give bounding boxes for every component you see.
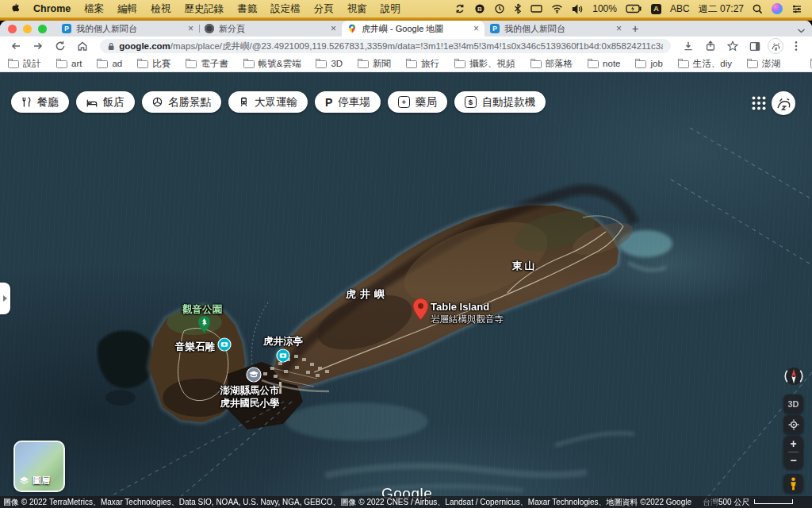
camera-marker-pavilion[interactable] [276,348,290,368]
input-source-icon[interactable]: A [651,4,661,14]
window-minimize-button[interactable] [23,25,32,33]
chip-parking[interactable]: P 停車場 [315,91,381,113]
layers-minimap[interactable]: 圖層 [13,441,65,492]
menu-view[interactable]: 檢視 [151,2,170,16]
address-bar[interactable]: google.com/maps/place/虎井嶼/@23.4921009,11… [100,39,671,53]
google-apps-grid-icon[interactable] [752,96,766,110]
spotlight-search-icon[interactable] [753,4,763,14]
tab-google-maps[interactable]: 虎井嶼 - Google 地圖 × [342,21,485,37]
menu-tabs[interactable]: 分頁 [314,2,334,16]
label-hujing-island[interactable]: 虎井嶼 [346,287,389,302]
chip-atms[interactable]: $ 自動提款機 [454,91,546,113]
side-panel-expand-button[interactable] [0,283,10,314]
folder-icon [316,60,327,68]
volume-icon[interactable] [572,4,584,14]
pegman-button[interactable] [783,474,803,493]
my-location-button[interactable] [783,415,803,434]
satellite-map[interactable] [0,72,812,508]
tab-search-chevron-icon[interactable] [797,28,806,34]
bookmark-folder[interactable]: 旅行 [406,58,439,70]
bookmark-folder[interactable]: 3D [316,59,343,68]
bookmark-star-icon[interactable] [723,38,742,54]
bookmark-folder[interactable]: 電子書 [186,58,228,70]
label-table-island[interactable]: Table Island [431,301,489,313]
menu-help[interactable]: 說明 [381,2,400,16]
browser-menu-icon[interactable] [787,38,806,54]
folder-icon [530,60,542,68]
bookmark-folder[interactable]: art [56,59,82,68]
menu-profiles[interactable]: 設定檔 [270,2,301,16]
tilt-3d-button[interactable]: 3D [783,394,803,414]
pchome-favicon: P [62,24,71,33]
label-music-sculpture[interactable]: 音樂石雕 [175,341,215,354]
new-tab-button[interactable]: + [627,21,643,37]
tab-close-icon[interactable]: × [473,24,479,33]
menu-window[interactable]: 視窗 [347,2,367,16]
bookmark-folder[interactable]: job [635,59,662,68]
zoom-in-button[interactable]: + [790,436,796,452]
bookmark-folder[interactable]: 比賽 [137,58,170,70]
chrome-toolbar: google.com/maps/place/虎井嶼/@23.4921009,11… [0,37,812,56]
bookmark-folder[interactable]: 澎湖 [747,58,780,70]
park-tree-marker[interactable] [198,316,210,333]
folder-icon [137,60,148,68]
menu-bookmarks[interactable]: 書籤 [237,2,257,16]
chip-pharmacies[interactable]: + 藥局 [388,91,447,113]
account-avatar[interactable] [772,91,795,115]
b-circle-icon[interactable]: B [474,4,485,14]
bookmark-folder[interactable]: 生活、diy [678,58,732,70]
home-button[interactable] [73,38,92,54]
menu-app-name[interactable]: Chrome [33,3,71,14]
input-method-label[interactable]: ABC [670,3,690,14]
menu-file[interactable]: 檔案 [84,2,104,16]
transit-icon [239,97,249,107]
tab-new-tab[interactable]: 新分頁 × [199,21,342,37]
display-icon[interactable] [530,4,542,14]
bookmark-folder[interactable]: 攝影、視頻 [454,58,515,70]
reload-button[interactable] [51,38,70,54]
compass-control[interactable] [783,365,805,387]
label-guanyin-park[interactable]: 觀音公園 [182,303,222,317]
bookmark-folder[interactable]: 帳號&雲端 [243,58,301,70]
tab-pchome-1[interactable]: P 我的個人新聞台 × [56,21,199,37]
bookmark-folder[interactable]: ad [97,59,122,68]
label-dongshan[interactable]: 東山 [512,260,537,273]
bookmark-folder[interactable]: note [588,59,620,68]
bookmark-folder[interactable]: 新聞 [358,58,391,70]
chip-attractions[interactable]: 名勝景點 [142,91,221,113]
menubar-clock[interactable]: 週二 07:27 [699,2,744,16]
history-clock-icon[interactable] [494,4,505,14]
status-list-icon[interactable] [791,4,802,14]
macos-menu-bar: Chrome 檔案 編輯 檢視 歷史記錄 書籤 設定檔 分頁 視窗 說明 B [0,0,812,17]
sync-icon[interactable] [454,4,465,14]
siri-icon[interactable] [772,3,783,14]
back-button[interactable] [6,38,25,54]
apple-menu-icon[interactable] [10,4,20,14]
side-panel-icon[interactable] [745,38,764,54]
bluetooth-icon[interactable] [514,4,522,14]
chip-hotels[interactable]: 飯店 [76,91,135,113]
bookmark-folder[interactable]: 設計 [8,58,41,70]
label-school[interactable]: 澎湖縣馬公市虎井國民小學 [202,385,297,410]
label-hujing-pavilion[interactable]: 虎井涼亭 [263,335,303,348]
tab-pchome-2[interactable]: P 我的個人新聞台 × [485,21,627,37]
tab-close-icon[interactable]: × [188,24,193,33]
zoom-out-button[interactable]: − [790,452,796,468]
profile-avatar[interactable] [768,38,783,54]
window-close-button[interactable] [8,25,17,33]
share-icon[interactable] [701,38,720,54]
bookmark-folder[interactable]: 部落格 [530,58,573,70]
menu-edit[interactable]: 編輯 [117,2,137,16]
map-viewport[interactable]: 餐廳 飯店 名勝景點 大眾運輸 P 停車場 [0,72,812,508]
menu-history[interactable]: 歷史記錄 [184,2,224,16]
tab-close-icon[interactable]: × [616,24,622,33]
table-island-pin[interactable] [413,298,428,320]
install-icon[interactable] [679,38,698,54]
window-zoom-button[interactable] [38,25,47,33]
forward-button[interactable] [29,38,48,54]
chip-transit[interactable]: 大眾運輸 [228,91,308,113]
chip-restaurants[interactable]: 餐廳 [11,91,69,113]
camera-marker-sculpture[interactable] [217,337,232,356]
tab-close-icon[interactable]: × [331,24,336,33]
wifi-icon[interactable] [551,4,563,14]
